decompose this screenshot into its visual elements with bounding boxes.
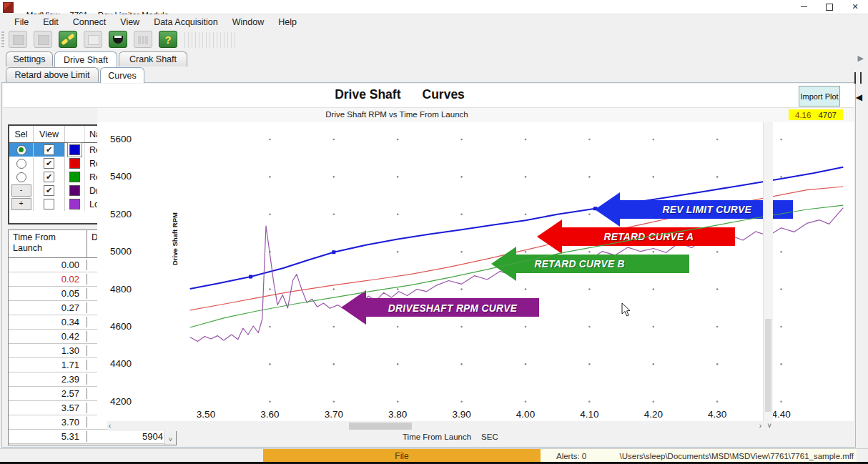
toolbar-ripple [184, 32, 236, 48]
chart-h-scrollbar[interactable]: ‹ › ˅ [107, 421, 773, 431]
subtab-curves[interactable]: Curves [100, 67, 144, 83]
import-plot-button[interactable]: Import Plot [799, 86, 840, 107]
y-tick-4600: 4600 [110, 321, 143, 332]
legend-sel-cell[interactable] [9, 170, 34, 184]
cell-time[interactable]: 5.31 [9, 431, 87, 442]
panel-splitter-grip[interactable] [854, 72, 862, 84]
menu-edit[interactable]: Edit [36, 16, 66, 29]
chart-button [9, 31, 27, 48]
x-tick-3.90: 3.90 [445, 409, 478, 420]
plot-overlay-svg [178, 121, 844, 420]
checkbox-checked-icon[interactable]: ✔ [44, 144, 54, 155]
scroll-down-icon[interactable]: ˅ [165, 435, 176, 445]
menu-view[interactable]: View [113, 16, 147, 29]
checkbox-checked-icon[interactable]: ✔ [44, 158, 54, 169]
legend-view-cell[interactable]: ✔ [34, 184, 65, 197]
mouse-cursor [621, 303, 631, 317]
scroll-left-icon[interactable]: ‹ [109, 422, 111, 430]
subtab-retard-above-limit[interactable]: Retard above Limit [6, 67, 99, 82]
legend-header-sel: Sel [9, 126, 34, 142]
chart-v-scrollbar[interactable] [763, 122, 773, 421]
tab-crank-shaft[interactable]: Crank Shaft [119, 51, 187, 66]
window-icon [84, 31, 102, 47]
radio-icon[interactable] [16, 172, 26, 182]
radio-selected-icon[interactable] [16, 145, 26, 155]
y-tick-4400: 4400 [110, 358, 143, 369]
chart-title: Drive Shaft RPM vs Time From Launch [229, 110, 565, 119]
panel-header: Drive Shaft Curves Import Plot [3, 84, 854, 108]
toolbar-buttons: ? [9, 31, 177, 48]
legend-view-cell[interactable]: ✔ [34, 170, 65, 184]
curve-color-swatch [69, 199, 80, 209]
curve-retard-curve-b[interactable] [190, 205, 844, 327]
toolbar-grip[interactable] [1, 31, 4, 49]
page-title-left: Drive Shaft [335, 87, 400, 102]
menu-connect[interactable]: Connect [66, 16, 114, 29]
radio-icon[interactable] [16, 159, 26, 169]
tab-scroll-right-icon[interactable]: ▶ [858, 54, 864, 63]
window-button [84, 31, 102, 48]
cell-time[interactable]: 2.39 [9, 374, 87, 385]
legend-sel-cell[interactable]: + [9, 197, 34, 211]
h-scrollbar-thumb[interactable] [349, 423, 412, 430]
cell-time[interactable]: 0.00 [9, 260, 87, 270]
grid-button [134, 31, 152, 48]
cell-time[interactable]: 3.57 [9, 403, 87, 413]
legend-view-cell[interactable] [34, 197, 65, 211]
legend-view-cell[interactable]: ✔ [34, 157, 65, 170]
checkbox-checked-icon[interactable]: ✔ [44, 172, 54, 182]
y-tick-5600: 5600 [110, 134, 143, 144]
legend-sel-cell[interactable] [9, 143, 34, 157]
sub-tab-bar: Retard above LimitCurves [1, 66, 856, 83]
checkbox-icon[interactable] [44, 199, 54, 209]
gauge-button[interactable] [109, 31, 127, 48]
legend-color-cell [65, 157, 85, 170]
cell-time[interactable]: 3.70 [9, 417, 87, 428]
connect-button[interactable] [59, 31, 77, 48]
menu-window[interactable]: Window [225, 16, 271, 29]
y-tick-4200: 4200 [110, 396, 143, 407]
table-row-14[interactable]: 5.405956 [9, 444, 176, 445]
curve-color-swatch [69, 185, 80, 196]
menu-data-acquisition[interactable]: Data Acquisition [147, 16, 225, 29]
remove-curve-button[interactable]: - [11, 184, 31, 197]
close-button[interactable]: ✕ [842, 0, 868, 14]
cell-time[interactable]: 0.42 [9, 331, 87, 342]
tab-settings[interactable]: Settings [6, 51, 53, 66]
page-title-right: Curves [423, 87, 465, 102]
readout-y: 4707 [818, 111, 837, 119]
cell-time[interactable]: 0.27 [9, 302, 87, 313]
maximize-button[interactable] [817, 0, 842, 14]
y-tick-5000: 5000 [110, 246, 143, 257]
cell-time[interactable]: 1.30 [9, 345, 87, 356]
x-tick-4.30: 4.30 [701, 409, 734, 420]
legend-view-cell[interactable]: ✔ [34, 143, 65, 157]
cell-rpm[interactable]: 5904 [87, 431, 176, 442]
cell-time[interactable]: 1.71 [9, 360, 87, 370]
cursor-readout: 4.16 4707 [789, 109, 843, 120]
status-bar: File Alerts: 0 \Users\sleep\Documents\MS… [0, 448, 868, 463]
x-tick-3.50: 3.50 [189, 409, 222, 420]
legend-sel-cell[interactable]: - [9, 184, 34, 197]
curve-color-swatch [69, 172, 80, 182]
cell-time[interactable]: 0.34 [9, 317, 87, 327]
checkbox-checked-icon[interactable]: ✔ [44, 185, 54, 196]
connect-icon [59, 31, 77, 47]
cell-time[interactable]: 0.02 [9, 274, 87, 285]
x-tick-3.70: 3.70 [317, 409, 350, 420]
minimize-button[interactable] [791, 0, 817, 14]
v-scrollbar-thumb[interactable] [765, 319, 771, 412]
panel-collapse-icon[interactable]: ◀ [856, 92, 862, 102]
scroll-down-corner-icon[interactable]: ˅ [767, 422, 771, 430]
menu-file[interactable]: File [7, 16, 36, 29]
tab-drive-shaft[interactable]: Drive Shaft [54, 51, 117, 67]
add-curve-button[interactable]: + [11, 198, 31, 210]
menu-help[interactable]: Help [271, 16, 304, 29]
cell-time[interactable]: 0.05 [9, 288, 87, 299]
legend-sel-cell[interactable] [9, 157, 34, 170]
app-icon [3, 2, 14, 13]
table-row-13[interactable]: 5.315904 [9, 430, 176, 444]
scroll-right-icon[interactable]: › [759, 422, 761, 430]
cell-time[interactable]: 2.57 [9, 388, 87, 399]
help-button[interactable]: ? [159, 31, 177, 48]
